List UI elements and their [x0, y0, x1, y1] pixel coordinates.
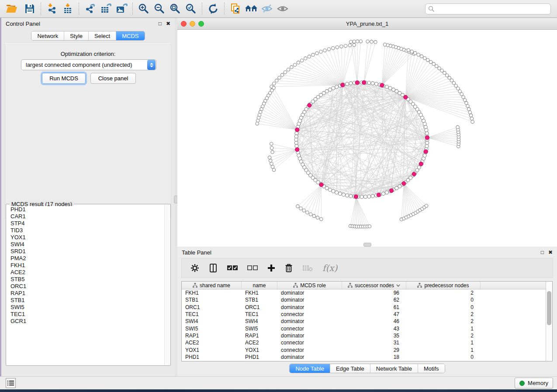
tab-network[interactable]: Network — [31, 31, 64, 40]
tab-edge-table[interactable]: Edge Table — [330, 364, 370, 373]
close-panel-button[interactable]: Close panel — [90, 73, 136, 84]
zoom-fit-icon — [170, 3, 181, 14]
close-panel-icon[interactable]: ✖ — [166, 21, 170, 27]
table-cell: 1 — [406, 326, 481, 332]
open-folder-icon — [6, 3, 17, 14]
network-canvas[interactable] — [177, 30, 557, 247]
open-file-button[interactable] — [3, 2, 19, 16]
function-builder-icon: f(x) — [322, 263, 337, 273]
table-scrollbar[interactable] — [546, 282, 552, 361]
mcds-node-item[interactable]: ACE2 — [10, 269, 165, 276]
mcds-node-item[interactable]: STB1 — [10, 297, 165, 304]
run-mcds-button[interactable]: Run MCDS — [42, 73, 86, 84]
mcds-node-item[interactable]: STP4 — [10, 220, 165, 227]
zoom-fit-button[interactable] — [167, 2, 183, 16]
search-input[interactable] — [435, 6, 548, 12]
table-cell: STB1 — [182, 297, 242, 303]
table-cell: YOX1 — [242, 347, 277, 353]
refresh-view-button[interactable] — [205, 2, 221, 16]
deselect-all-icon[interactable] — [247, 265, 258, 271]
export-network-button[interactable] — [82, 2, 98, 16]
table-cell: 2 — [406, 318, 481, 324]
tab-style[interactable]: Style — [64, 31, 88, 40]
column-header-shared-name[interactable]: shared name — [182, 282, 242, 289]
zoom-selected-button[interactable] — [183, 2, 199, 16]
clone-network-button[interactable] — [228, 2, 243, 16]
table-cell: 2 — [406, 290, 481, 296]
table-cell: TEC1 — [242, 311, 277, 317]
mcds-node-item[interactable]: FKH1 — [10, 262, 165, 269]
tab-motifs[interactable]: Motifs — [418, 364, 445, 373]
table-row[interactable]: ACE2ACE2connector311 — [182, 339, 546, 346]
column-header-name[interactable]: name — [242, 282, 277, 289]
hide-selected-button[interactable] — [259, 2, 275, 16]
mcds-node-item[interactable]: STB5 — [10, 276, 165, 283]
import-network-button[interactable] — [44, 2, 60, 16]
table-cell: FKH1 — [182, 290, 242, 296]
export-image-button[interactable] — [114, 2, 129, 16]
column-header-MCDS-role[interactable]: MCDS role — [277, 282, 342, 289]
mcds-panel: Optimization criterion: largest connecte… — [5, 43, 171, 219]
table-row[interactable]: PHD1PHD1dominator180 — [182, 354, 546, 361]
mcds-node-item[interactable]: YOX1 — [10, 234, 165, 241]
optimization-select[interactable]: largest connected component (undirected) — [21, 59, 156, 70]
show-all-button[interactable] — [275, 2, 291, 16]
table-row[interactable]: ORC1ORC1dominator610 — [182, 304, 546, 311]
table-cell: ACE2 — [182, 340, 242, 346]
table-row[interactable]: YOX1YOX1connector291 — [182, 346, 546, 353]
zoom-selected-icon — [185, 3, 197, 14]
mcds-node-item[interactable]: SRD1 — [10, 248, 165, 255]
first-neighbors-button[interactable] — [243, 2, 259, 16]
mcds-node-item[interactable]: GCR1 — [10, 318, 165, 325]
mcds-node-item[interactable]: SWI5 — [10, 304, 165, 311]
table-cell: ORC1 — [242, 304, 277, 310]
export-table-button[interactable] — [98, 2, 114, 16]
tab-network-table[interactable]: Network Table — [370, 364, 418, 373]
table-row[interactable]: STB1STB1dominator620 — [182, 296, 546, 303]
save-session-button[interactable] — [22, 2, 38, 16]
column-label: shared name — [200, 282, 230, 289]
mcds-node-item[interactable]: ORC1 — [10, 283, 165, 290]
float-panel-icon[interactable]: □ — [159, 21, 162, 27]
float-panel-icon[interactable]: □ — [541, 249, 544, 255]
table-row[interactable]: SWI4SWI4dominator462 — [182, 318, 546, 325]
mcds-list-scrollbar[interactable] — [164, 205, 170, 365]
gear-icon[interactable] — [190, 264, 199, 272]
column-header-predecessor-nodes[interactable]: predecessor nodes — [406, 282, 481, 289]
network-graph[interactable] — [177, 30, 557, 247]
select-all-icon[interactable] — [227, 265, 238, 271]
mcds-node-item[interactable]: RAP1 — [10, 290, 165, 297]
column-settings-icon[interactable] — [209, 264, 218, 272]
mcds-result-list: PHD1CAR1STP4TID3YOX1SWI4SRD1PMA2FKH1ACE2… — [7, 206, 165, 365]
table-row[interactable]: RAP1RAP1dominator352 — [182, 332, 546, 339]
column-label: name — [253, 282, 266, 289]
horizontal-splitter-handle[interactable] — [363, 243, 371, 247]
table-scrollbar-thumb[interactable] — [547, 291, 551, 325]
add-column-icon[interactable] — [267, 264, 275, 272]
table-cell: dominator — [277, 290, 342, 296]
tab-node-table[interactable]: Node Table — [290, 364, 330, 373]
tab-select[interactable]: Select — [88, 31, 116, 40]
mcds-node-item[interactable]: PMA2 — [10, 255, 165, 262]
table-panel-titlebar: Table Panel □ ✖ — [177, 247, 557, 258]
table-cell: 47 — [342, 311, 406, 317]
import-table-button[interactable] — [60, 2, 76, 16]
table-row[interactable]: SWI5SWI5connector431 — [182, 325, 546, 332]
column-header-successor-nodes[interactable]: successor nodes — [342, 282, 406, 289]
table-row[interactable]: FKH1FKH1dominator962 — [182, 289, 546, 296]
zoom-out-icon — [154, 3, 165, 14]
task-history-button[interactable] — [6, 378, 16, 388]
delete-column-icon[interactable] — [285, 264, 293, 272]
tab-mcds[interactable]: MCDS — [116, 31, 144, 40]
table-row[interactable]: TEC1TEC1connector472 — [182, 311, 546, 318]
close-panel-icon[interactable]: ✖ — [548, 249, 553, 255]
zoom-in-button[interactable] — [136, 2, 152, 16]
mcds-node-item[interactable]: TID3 — [10, 227, 165, 234]
zoom-out-button[interactable] — [152, 2, 167, 16]
mcds-node-item[interactable]: TEC1 — [10, 311, 165, 318]
mcds-node-item[interactable]: PHD1 — [10, 206, 165, 213]
mcds-node-item[interactable]: SWI4 — [10, 241, 165, 248]
mcds-node-item[interactable]: CAR1 — [10, 213, 165, 220]
memory-button[interactable]: Memory — [515, 378, 553, 389]
save-icon — [24, 3, 35, 14]
